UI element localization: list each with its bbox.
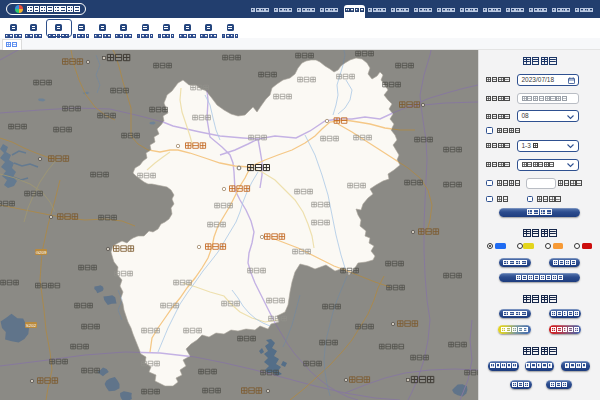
svg-text:G209: G209: [36, 250, 47, 255]
svg-text:S202: S202: [26, 323, 37, 328]
